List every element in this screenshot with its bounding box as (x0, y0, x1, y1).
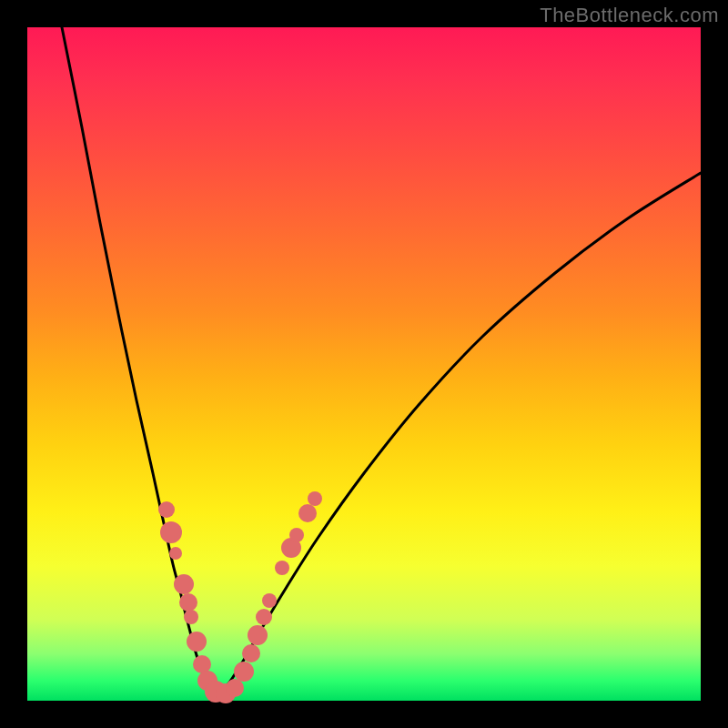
scatter-dot (242, 644, 260, 662)
scatter-dot (193, 655, 211, 673)
scatter-dot (298, 504, 317, 522)
scatter-dot (275, 561, 289, 575)
scatter-dot (179, 593, 197, 612)
scatter-dot (184, 610, 198, 624)
watermark-text: TheBottleneck.com (540, 4, 719, 27)
scatter-dot (234, 662, 254, 682)
left-branch-curve (62, 27, 218, 696)
scatter-dot (248, 625, 268, 645)
curves-svg (27, 27, 701, 701)
scatter-dot (256, 609, 272, 625)
scatter-dot (308, 491, 322, 506)
scatter-dot (174, 574, 194, 594)
scatter-dot (169, 547, 182, 560)
plot-area (27, 27, 701, 701)
scatter-dot (160, 521, 182, 543)
scatter-dot (226, 679, 244, 697)
scatter-dot (158, 501, 175, 518)
scatter-dot (289, 528, 304, 542)
scatter-dot (187, 632, 207, 652)
scatter-dot (262, 593, 277, 608)
scatter-dots (158, 491, 322, 703)
right-branch-curve (218, 173, 701, 696)
chart-frame: TheBottleneck.com (0, 0, 728, 728)
